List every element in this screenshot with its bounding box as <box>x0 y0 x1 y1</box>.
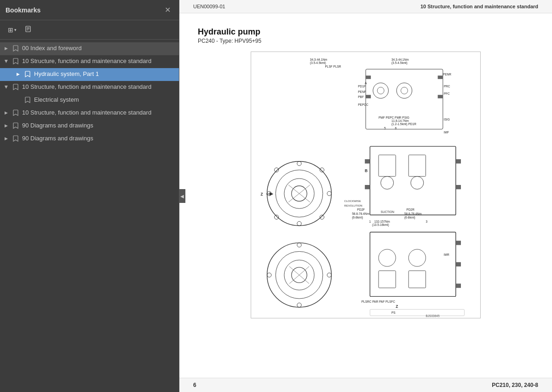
svg-point-41 <box>274 168 278 172</box>
svg-text:SUCTION: SUCTION <box>381 210 395 213</box>
document-id: UEN00099-01 <box>193 4 225 9</box>
list-item[interactable]: 10 Structure, function and maintenance s… <box>0 81 179 94</box>
list-item[interactable]: 00 Index and foreword <box>0 42 179 55</box>
expand-arrow-icon <box>17 71 22 76</box>
svg-text:(1.2-1.5kml) PD1R: (1.2-1.5kml) PD1R <box>391 122 416 126</box>
expand-arrow-icon <box>5 110 10 115</box>
sidebar-toolbar: ⊞ ▾ <box>0 20 179 40</box>
list-item[interactable]: Electrical system <box>0 94 179 107</box>
svg-rect-89 <box>456 283 461 288</box>
bookmark-label: Electrical system <box>34 96 175 104</box>
svg-rect-58 <box>365 159 370 163</box>
svg-point-37 <box>297 161 301 166</box>
list-item[interactable]: 90 Diagrams and drawings <box>0 133 179 145</box>
svg-rect-60 <box>456 159 461 163</box>
svg-point-84 <box>408 249 426 266</box>
bookmark-icon <box>25 97 31 104</box>
bookmark-label: 10 Structure, function and maintenance s… <box>22 58 175 65</box>
svg-text:PLSRC  PAR    PAF   PLSFC: PLSRC PAR PAF PLSFC <box>362 300 396 303</box>
svg-point-56 <box>381 176 394 189</box>
grid-view-button[interactable]: ⊞ ▾ <box>6 25 19 35</box>
document-page[interactable]: Hydraulic pump PC240 - Type: HPV95+95 34… <box>179 13 552 378</box>
svg-rect-94 <box>370 309 464 316</box>
svg-text:3: 3 <box>426 220 428 223</box>
collapse-sidebar-button[interactable]: ◀ <box>179 189 185 203</box>
bookmark-label: 90 Diagrams and drawings <box>22 135 175 143</box>
svg-point-38 <box>297 221 301 225</box>
svg-text:(6-8kml): (6-8kml) <box>404 216 415 219</box>
svg-point-14 <box>401 87 408 94</box>
svg-point-40 <box>327 191 331 196</box>
expand-arrow-icon <box>5 136 10 141</box>
document-footer: 6 PC210, 230, 240-8 <box>179 378 552 392</box>
svg-text:11.8-14.7Nm: 11.8-14.7Nm <box>391 119 409 122</box>
bookmark-icon <box>13 45 19 53</box>
svg-text:PD1F: PD1F <box>358 85 366 88</box>
close-button[interactable]: ✕ <box>162 5 173 15</box>
svg-text:58.8-78.4Nm: 58.8-78.4Nm <box>404 212 422 215</box>
svg-rect-86 <box>408 271 426 288</box>
document-viewer: UEN00099-01 10 Structure, function and m… <box>179 0 552 392</box>
expand-arrow-icon <box>5 84 10 89</box>
svg-point-78 <box>267 273 271 277</box>
bookmark-label: 10 Structure, function and maintenance s… <box>22 109 175 117</box>
diagram-container: 34.3-44.1Nm (3.5-4.5kml) PLSF PLSR 34.3-… <box>198 52 534 318</box>
svg-text:PD2R: PD2R <box>407 208 415 211</box>
svg-text:PFC: PFC <box>444 92 450 95</box>
svg-rect-17 <box>438 75 443 79</box>
list-item[interactable]: Hydraulic system, Part 1 <box>0 68 179 81</box>
svg-rect-88 <box>456 262 461 266</box>
svg-point-44 <box>320 215 324 219</box>
svg-text:CLOCKWISE: CLOCKWISE <box>344 200 361 202</box>
svg-text:(3.5-4.5kml): (3.5-4.5kml) <box>391 61 408 65</box>
svg-rect-61 <box>456 185 461 189</box>
svg-rect-85 <box>379 271 396 288</box>
svg-rect-54 <box>379 155 396 177</box>
tag-button[interactable] <box>23 24 34 35</box>
bookmark-icon <box>13 58 19 66</box>
grid-icon: ⊞ <box>8 26 13 34</box>
svg-text:5: 5 <box>384 127 386 130</box>
list-item[interactable]: 10 Structure, function and maintenance s… <box>0 55 179 68</box>
svg-text:Z: Z <box>396 304 398 309</box>
sidebar-title: Bookmarks <box>6 6 40 14</box>
svg-text:Z: Z <box>261 192 263 196</box>
svg-rect-15 <box>366 75 371 79</box>
bookmark-icon <box>13 122 19 130</box>
bookmarks-list: 00 Index and foreword 10 Structure, func… <box>0 40 179 392</box>
svg-rect-55 <box>408 155 426 177</box>
svg-text:58.8-78.4Nm: 58.8-78.4Nm <box>352 212 369 215</box>
page-subtitle: PC240 - Type: HPV95+95 <box>198 38 534 44</box>
bookmark-icon <box>13 110 19 117</box>
bookmark-label: 90 Diagrams and drawings <box>22 122 175 130</box>
machine-model: PC210, 230, 240-8 <box>492 382 538 388</box>
list-item[interactable]: 10 Structure, function and maintenance s… <box>0 107 179 120</box>
svg-point-77 <box>297 303 301 307</box>
bookmark-label: 10 Structure, function and maintenance s… <box>22 83 175 91</box>
chapter-title: 10 Structure, function and maintenance s… <box>420 4 538 9</box>
svg-point-57 <box>411 176 424 189</box>
svg-point-39 <box>267 191 271 196</box>
dropdown-arrow-icon: ▾ <box>14 28 17 32</box>
svg-text:PEPCC: PEPCC <box>358 103 368 106</box>
svg-text:PMF  PEPC  PMR  PSIG: PMF PEPC PMR PSIG <box>379 116 409 119</box>
svg-point-12 <box>377 87 384 94</box>
svg-text:PRC: PRC <box>444 85 450 88</box>
list-item[interactable]: 90 Diagrams and drawings <box>0 120 179 133</box>
svg-point-11 <box>373 83 389 98</box>
svg-text:34.3-44.1Nm: 34.3-44.1Nm <box>310 58 328 61</box>
hydraulic-pump-diagram: 34.3-44.1Nm (3.5-4.5kml) PLSF PLSR 34.3-… <box>251 52 481 318</box>
svg-text:B: B <box>365 168 368 173</box>
svg-text:132-157Nm: 132-157Nm <box>374 220 390 223</box>
svg-text:6: 6 <box>395 127 397 130</box>
svg-text:REVOLUTION: REVOLUTION <box>344 204 362 207</box>
document-header: UEN00099-01 10 Structure, function and m… <box>179 0 552 13</box>
page-title: Hydraulic pump <box>198 27 534 37</box>
svg-point-83 <box>379 249 396 266</box>
svg-text:(6-8kml): (6-8kml) <box>352 216 363 219</box>
svg-text:IMF: IMF <box>444 131 449 134</box>
expand-arrow-icon <box>5 123 10 128</box>
svg-rect-59 <box>365 185 370 189</box>
svg-point-42 <box>320 168 324 172</box>
svg-rect-16 <box>366 95 371 98</box>
